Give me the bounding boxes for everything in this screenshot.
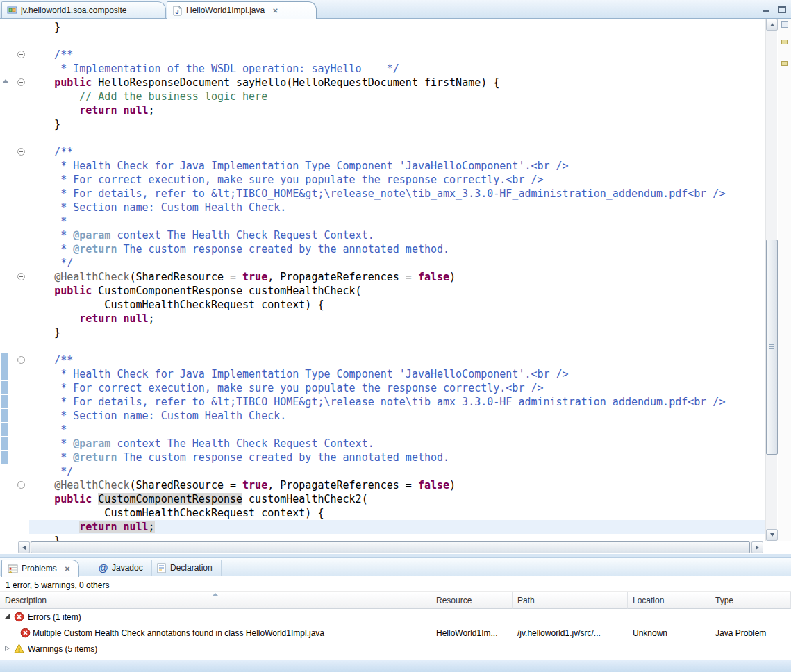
column-header-location[interactable]: Location bbox=[628, 592, 710, 609]
quick-diff-change-bar bbox=[1, 409, 8, 422]
fold-collapse-icon[interactable] bbox=[17, 51, 25, 58]
horizontal-scrollbar[interactable] bbox=[18, 541, 763, 553]
code-line[interactable]: @HealthCheck(SharedResource = true, Prop… bbox=[29, 270, 765, 284]
editor-tab-helloworld1impl-java[interactable]: J HelloWorld1Impl.java ✕ bbox=[167, 1, 317, 19]
code-line[interactable]: * @param context The Health Check Reques… bbox=[29, 228, 765, 242]
code-line[interactable]: /** bbox=[29, 48, 765, 62]
folding-ruler[interactable] bbox=[14, 19, 29, 541]
quick-diff-change-bar bbox=[1, 451, 8, 464]
code-line[interactable]: /** bbox=[29, 353, 765, 367]
code-line[interactable]: * For details, refer to &lt;TIBCO_HOME&g… bbox=[29, 395, 765, 409]
view-tab-bar: Problems ✕ @ Javadoc Declaration bbox=[0, 557, 791, 576]
column-header-resource[interactable]: Resource bbox=[431, 592, 513, 609]
code-line[interactable]: CustomHealthCheckRequest context) { bbox=[29, 298, 765, 312]
fold-collapse-icon[interactable] bbox=[17, 356, 25, 364]
tab-problems[interactable]: Problems ✕ bbox=[1, 560, 79, 577]
overview-warning-marker[interactable] bbox=[781, 61, 788, 66]
code-line[interactable]: * For correct execution, make sure you p… bbox=[29, 381, 765, 395]
scroll-down-button[interactable] bbox=[766, 529, 778, 541]
problems-group-errors[interactable]: Errors (1 item) bbox=[0, 609, 791, 625]
overview-ruler[interactable] bbox=[778, 19, 791, 541]
vertical-scrollbar-thumb[interactable] bbox=[766, 240, 778, 455]
column-header-type[interactable]: Type bbox=[710, 592, 791, 609]
code-line[interactable]: /** bbox=[29, 145, 765, 159]
code-line[interactable]: public HelloResponseDocument sayHello(He… bbox=[29, 76, 765, 90]
problems-view-icon bbox=[8, 564, 18, 574]
overview-ruler-header-icon[interactable] bbox=[781, 21, 788, 28]
code-line[interactable]: * @return The custom response created by… bbox=[29, 242, 765, 256]
code-line[interactable]: * Section name: Custom Health Check. bbox=[29, 409, 765, 423]
column-header-path[interactable]: Path bbox=[513, 592, 628, 609]
code-line[interactable]: return null; bbox=[29, 103, 765, 117]
quick-diff-change-bar bbox=[1, 423, 8, 436]
scroll-up-button[interactable] bbox=[766, 19, 778, 31]
code-line[interactable]: * Health Check for Java Implementation T… bbox=[29, 367, 765, 381]
tab-label: Declaration bbox=[170, 563, 213, 573]
quick-diff-change-bar bbox=[1, 395, 8, 408]
problems-group-warnings[interactable]: ! Warnings (5 items) bbox=[0, 641, 791, 657]
code-line[interactable]: * @return The custom response created by… bbox=[29, 451, 765, 464]
code-line[interactable] bbox=[29, 34, 765, 48]
scroll-left-button[interactable] bbox=[18, 541, 30, 553]
code-line[interactable]: return null; bbox=[29, 520, 765, 534]
code-line[interactable] bbox=[29, 131, 765, 145]
error-icon bbox=[14, 612, 24, 622]
code-line[interactable]: * bbox=[29, 215, 765, 228]
code-line[interactable]: * Implementation of the WSDL operation: … bbox=[29, 62, 765, 76]
scroll-right-button[interactable] bbox=[751, 541, 763, 553]
svg-text:!: ! bbox=[18, 646, 20, 653]
overview-warning-marker[interactable] bbox=[781, 40, 788, 44]
group-label: Warnings (5 items) bbox=[28, 644, 97, 654]
fold-collapse-icon[interactable] bbox=[17, 148, 25, 156]
minimize-view-icon[interactable] bbox=[761, 3, 771, 13]
javadoc-view-icon: @ bbox=[98, 563, 108, 573]
code-line[interactable]: * bbox=[29, 423, 765, 437]
tab-javadoc[interactable]: @ Javadoc bbox=[92, 560, 152, 576]
error-icon bbox=[20, 628, 31, 638]
problem-type: Java Problem bbox=[715, 628, 766, 638]
code-line[interactable]: * Section name: Custom Health Check. bbox=[29, 201, 765, 215]
vertical-scrollbar[interactable] bbox=[765, 19, 777, 541]
close-tab-icon[interactable]: ✕ bbox=[272, 7, 278, 15]
code-line[interactable]: */ bbox=[29, 464, 765, 478]
fold-collapse-icon[interactable] bbox=[17, 273, 25, 280]
code-area[interactable]: } /** * Implementation of the WSDL opera… bbox=[29, 19, 765, 541]
maximize-view-icon[interactable] bbox=[777, 3, 787, 13]
code-line[interactable]: * @param context The Health Check Reques… bbox=[29, 437, 765, 451]
code-line[interactable]: public CustomComponentResponse customHea… bbox=[29, 284, 765, 298]
horizontal-scrollbar-thumb[interactable] bbox=[31, 541, 750, 553]
problems-view: Problems ✕ @ Javadoc Declaration bbox=[0, 557, 791, 660]
editor-tab-composite[interactable]: jv.helloworld1.soa.composite bbox=[1, 1, 166, 18]
expand-group-icon[interactable] bbox=[5, 646, 10, 651]
collapse-group-icon[interactable] bbox=[4, 614, 10, 619]
fold-collapse-icon[interactable] bbox=[17, 481, 25, 489]
code-line[interactable]: } bbox=[29, 117, 765, 131]
problem-resource: HelloWorld1Im... bbox=[436, 628, 497, 638]
problems-row-error[interactable]: Multiple Custom Health Check annotations… bbox=[0, 625, 791, 641]
code-line[interactable]: } bbox=[29, 534, 765, 541]
code-line[interactable]: * For details, refer to &lt;TIBCO_HOME&g… bbox=[29, 187, 765, 201]
tab-declaration[interactable]: Declaration bbox=[151, 560, 222, 576]
tab-label: Problems bbox=[22, 564, 57, 573]
problem-description: Multiple Custom Health Check annotations… bbox=[33, 628, 324, 638]
tab-label: Javadoc bbox=[112, 563, 143, 573]
declaration-view-icon bbox=[156, 563, 167, 573]
fold-collapse-icon[interactable] bbox=[17, 78, 25, 86]
code-line[interactable]: @HealthCheck(SharedResource = true, Prop… bbox=[29, 478, 765, 492]
code-line[interactable]: * For correct execution, make sure you p… bbox=[29, 173, 765, 187]
code-line[interactable]: return null; bbox=[29, 312, 765, 326]
code-line[interactable]: } bbox=[29, 326, 765, 339]
code-line[interactable]: CustomHealthCheckRequest context) { bbox=[29, 506, 765, 520]
code-line[interactable]: public CustomComponentResponse customHea… bbox=[29, 492, 765, 506]
annotation-ruler[interactable] bbox=[0, 19, 14, 541]
code-line[interactable] bbox=[29, 339, 765, 353]
column-header-description[interactable]: Description bbox=[0, 592, 431, 609]
gutter-marker-icon bbox=[2, 79, 9, 83]
code-line[interactable]: */ bbox=[29, 256, 765, 270]
code-line[interactable]: } bbox=[29, 20, 765, 34]
code-line[interactable]: // Add the business logic here bbox=[29, 90, 765, 103]
svg-text:J: J bbox=[175, 8, 178, 15]
java-editor: } /** * Implementation of the WSDL opera… bbox=[0, 19, 791, 554]
code-line[interactable]: * Health Check for Java Implementation T… bbox=[29, 159, 765, 173]
close-view-icon[interactable]: ✕ bbox=[65, 565, 70, 573]
